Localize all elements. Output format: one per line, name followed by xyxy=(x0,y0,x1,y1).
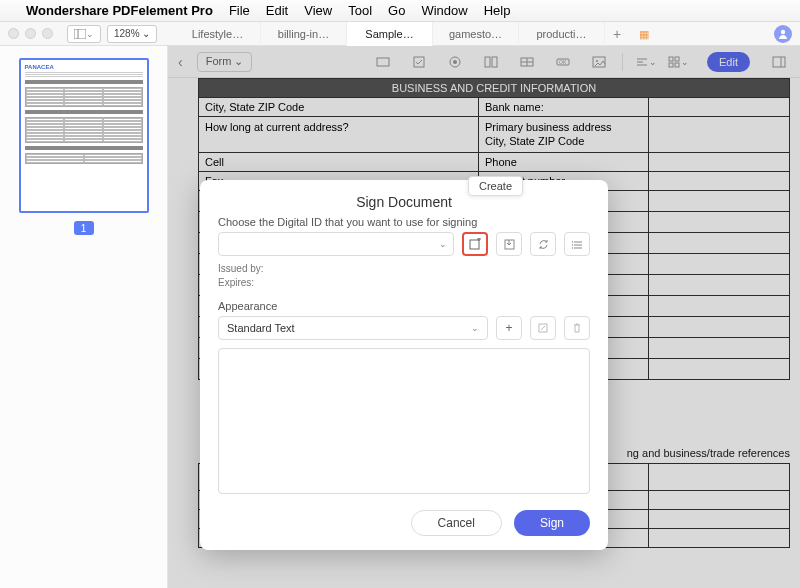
list-icon[interactable] xyxy=(516,51,538,73)
list-ids-button[interactable] xyxy=(564,232,590,256)
combo-icon[interactable] xyxy=(480,51,502,73)
align-icon[interactable]: ⌄ xyxy=(635,51,657,73)
cell-right: Bank name: xyxy=(479,98,649,116)
app-window: ⌄ 128% ⌄ Lifestyle… billing-in… Sample… … xyxy=(0,22,800,588)
cell-left: City, State ZIP Code xyxy=(199,98,479,116)
svg-rect-19 xyxy=(669,57,673,61)
svg-rect-4 xyxy=(414,57,424,67)
properties-panel-icon[interactable] xyxy=(768,51,790,73)
svg-point-33 xyxy=(571,244,572,245)
chevron-down-icon: ⌄ xyxy=(471,323,479,333)
svg-text:OK: OK xyxy=(559,59,567,65)
edit-button[interactable]: Edit xyxy=(707,52,750,72)
tab-2[interactable]: Sample… xyxy=(347,22,433,46)
svg-point-34 xyxy=(571,247,572,248)
button-icon[interactable]: OK xyxy=(552,51,574,73)
appearance-label: Appearance xyxy=(218,300,590,312)
close-window-icon[interactable] xyxy=(8,28,19,39)
cell-right: Phone xyxy=(479,153,649,171)
svg-rect-21 xyxy=(669,63,673,67)
menu-tool[interactable]: Tool xyxy=(348,3,372,18)
menu-view[interactable]: View xyxy=(304,3,332,18)
svg-point-2 xyxy=(781,30,785,34)
user-avatar[interactable] xyxy=(774,25,792,43)
refresh-button[interactable] xyxy=(530,232,556,256)
checkbox-icon[interactable] xyxy=(408,51,430,73)
image-icon[interactable] xyxy=(588,51,610,73)
text-field-icon[interactable] xyxy=(372,51,394,73)
tab-4[interactable]: producti… xyxy=(519,22,605,46)
traffic-lights xyxy=(8,28,53,39)
arrange-icon[interactable]: ⌄ xyxy=(667,51,689,73)
thumb-doc-title: PANACEA xyxy=(25,64,143,70)
add-appearance-button[interactable]: + xyxy=(496,316,522,340)
appearance-value: Standard Text xyxy=(227,322,295,334)
zoom-window-icon[interactable] xyxy=(42,28,53,39)
chevron-down-icon: ⌄ xyxy=(86,29,94,39)
sign-button[interactable]: Sign xyxy=(514,510,590,536)
svg-point-15 xyxy=(596,60,598,62)
add-tab-button[interactable]: + xyxy=(605,26,629,42)
svg-rect-0 xyxy=(74,29,86,39)
svg-rect-8 xyxy=(492,57,497,67)
digital-id-dropdown[interactable]: ⌄ xyxy=(218,232,454,256)
delete-appearance-button[interactable] xyxy=(564,316,590,340)
sign-document-modal: Create Sign Document Choose the Digital … xyxy=(200,180,608,550)
import-id-button[interactable] xyxy=(496,232,522,256)
titlebar: ⌄ 128% ⌄ Lifestyle… billing-in… Sample… … xyxy=(0,22,800,46)
signature-preview xyxy=(218,348,590,494)
back-button[interactable]: ‹ xyxy=(178,54,183,70)
create-id-button[interactable] xyxy=(462,232,488,256)
thumbnail-sidebar: PANACEA xyxy=(0,46,168,588)
minimize-window-icon[interactable] xyxy=(25,28,36,39)
create-tooltip: Create xyxy=(468,176,523,196)
menu-edit[interactable]: Edit xyxy=(266,3,288,18)
menu-window[interactable]: Window xyxy=(421,3,467,18)
expires-label: Expires: xyxy=(218,276,590,290)
appearance-dropdown[interactable]: Standard Text⌄ xyxy=(218,316,488,340)
sidebar-toggle-button[interactable]: ⌄ xyxy=(67,25,101,43)
cell-left: How long at current address? xyxy=(199,117,479,152)
modal-subtitle: Choose the Digital ID that you want to u… xyxy=(218,216,590,228)
zoom-dropdown[interactable]: 128% ⌄ xyxy=(107,25,157,43)
page-thumbnail-1[interactable]: PANACEA xyxy=(19,58,149,213)
app-name: Wondershare PDFelement Pro xyxy=(26,3,213,18)
svg-rect-23 xyxy=(773,57,785,67)
form-mode-dropdown[interactable]: Form ⌄ xyxy=(197,52,253,72)
apps-grid-icon[interactable]: ▦ xyxy=(639,28,649,41)
radio-icon[interactable] xyxy=(444,51,466,73)
svg-point-6 xyxy=(453,60,457,64)
cancel-button[interactable]: Cancel xyxy=(411,510,502,536)
svg-rect-3 xyxy=(377,58,389,66)
tab-3[interactable]: gamesto… xyxy=(433,22,519,46)
cell-left: Cell xyxy=(199,153,479,171)
svg-rect-25 xyxy=(470,240,479,249)
menu-help[interactable]: Help xyxy=(484,3,511,18)
svg-rect-22 xyxy=(675,63,679,67)
tab-1[interactable]: billing-in… xyxy=(261,22,347,46)
tab-0[interactable]: Lifestyle… xyxy=(175,22,261,46)
section-header: BUSINESS AND CREDIT INFORMATION xyxy=(198,78,790,98)
page-number-badge[interactable]: 1 xyxy=(74,221,94,235)
svg-point-32 xyxy=(571,241,572,242)
tab-bar: Lifestyle… billing-in… Sample… gamesto… … xyxy=(175,22,765,46)
issued-by-label: Issued by: xyxy=(218,262,590,276)
menu-go[interactable]: Go xyxy=(388,3,405,18)
chevron-down-icon: ⌄ xyxy=(439,239,447,249)
cell-right: Primary business address City, State ZIP… xyxy=(479,117,649,152)
menu-file[interactable]: File xyxy=(229,3,250,18)
svg-rect-7 xyxy=(485,57,490,67)
mac-menubar: Wondershare PDFelement Pro File Edit Vie… xyxy=(0,0,800,22)
edit-appearance-button[interactable] xyxy=(530,316,556,340)
svg-rect-20 xyxy=(675,57,679,61)
form-toolbar: ‹ Form ⌄ OK ⌄ ⌄ Edit xyxy=(168,46,800,78)
modal-title: Sign Document xyxy=(218,190,590,216)
